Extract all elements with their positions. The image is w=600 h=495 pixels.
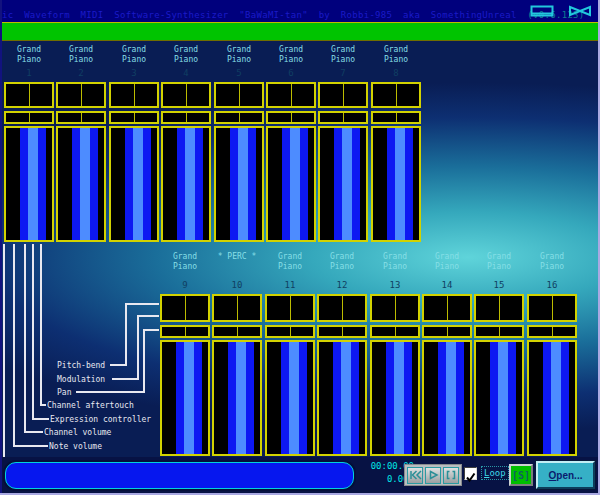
meter-bar-note-volume — [561, 342, 569, 454]
legend-channel-volume: Channel volume — [44, 428, 111, 437]
skip-to-start-icon — [409, 470, 422, 480]
channel-block: Grand Piano 14 — [422, 252, 472, 456]
center-divider — [239, 84, 240, 106]
channel-block: Grand Piano 16 — [527, 252, 577, 456]
center-divider — [237, 296, 238, 320]
meter-bar-note-volume — [90, 128, 98, 240]
mod-pan-box — [214, 111, 264, 124]
meter-bar-note-volume — [508, 342, 516, 454]
channel-program-name: Grand Piano — [370, 252, 420, 272]
meter-bar-expression-controller — [490, 342, 498, 454]
channel-meter-box — [318, 126, 368, 242]
legend-expression-controller: Expression controller — [50, 415, 151, 424]
center-divider — [291, 84, 292, 106]
channel-meter-box — [266, 126, 316, 242]
channel-meter-box — [4, 126, 54, 242]
center-divider — [342, 296, 343, 320]
center-divider — [499, 327, 500, 336]
meter-bar-note-volume — [352, 128, 360, 240]
channel-program-name: Grand Piano — [317, 252, 367, 272]
center-divider — [552, 327, 553, 336]
center-divider — [395, 296, 396, 320]
center-divider — [343, 113, 344, 122]
channel-meter-box — [56, 126, 106, 242]
channel-block: Grand Piano 9 — [160, 252, 210, 456]
channel-meter-box — [109, 126, 159, 242]
pitch-bend-box — [265, 294, 315, 322]
pitch-bend-box — [474, 294, 524, 322]
channel-block: Grand Piano 2 — [56, 45, 106, 242]
pitch-bend-box — [370, 294, 420, 322]
channel-number: 15 — [474, 280, 524, 290]
meter-bar-note-volume — [300, 128, 308, 240]
channel-program-name: Grand Piano — [474, 252, 524, 272]
meter-bar-expression-controller — [176, 342, 184, 454]
channel-program-name: Grand Piano — [160, 252, 210, 272]
channel-meter-box — [265, 340, 315, 456]
channel-program-name: Grand Piano — [109, 45, 159, 65]
channel-block: Grand Piano 11 — [265, 252, 315, 456]
channel-block: Grand Piano 8 — [371, 45, 421, 242]
mod-pan-box — [4, 111, 54, 124]
center-divider — [185, 296, 186, 320]
meter-bar-expression-controller — [230, 128, 238, 240]
maximize-button[interactable] — [530, 2, 554, 14]
solo-button[interactable]: [S] — [509, 464, 533, 486]
pitch-bend-box — [527, 294, 577, 322]
meter-bar-channel-volume — [342, 128, 352, 240]
close-button[interactable] — [568, 2, 592, 14]
center-divider — [290, 327, 291, 336]
open-button[interactable]: Open... — [536, 461, 595, 489]
center-divider — [396, 84, 397, 106]
pitch-bend-box — [160, 294, 210, 322]
mod-pan-box — [371, 111, 421, 124]
legend-pan: Pan — [57, 388, 71, 397]
center-divider — [290, 296, 291, 320]
meter-bar-note-volume — [195, 128, 203, 240]
playback-progress-bar[interactable] — [5, 462, 354, 489]
maximize-icon — [530, 5, 554, 17]
stop-button[interactable] — [443, 467, 459, 484]
center-divider — [447, 327, 448, 336]
center-divider — [447, 296, 448, 320]
meter-bar-expression-controller — [125, 128, 133, 240]
window-title-text: ic Waveform MIDI Software-Synthesizer "B… — [2, 10, 517, 20]
channel-number: 10 — [212, 280, 262, 290]
app-window: ic Waveform MIDI Software-Synthesizer "B… — [0, 0, 600, 495]
channel-program-name: Grand Piano — [527, 252, 577, 272]
channel-number: 14 — [422, 280, 472, 290]
center-divider — [395, 327, 396, 336]
channel-meter-box — [161, 126, 211, 242]
meter-bar-channel-volume — [238, 128, 248, 240]
meter-bar-note-volume — [246, 342, 254, 454]
loop-checkbox[interactable] — [464, 467, 477, 480]
center-divider — [185, 327, 186, 336]
channel-number: 3 — [109, 68, 159, 78]
mod-pan-box — [422, 325, 472, 338]
meter-bar-expression-controller — [386, 342, 394, 454]
play-button[interactable] — [425, 467, 441, 484]
meter-bar-note-volume — [405, 128, 413, 240]
center-divider — [134, 84, 135, 106]
pitch-bend-box — [56, 82, 106, 108]
center-divider — [291, 113, 292, 122]
pitch-bend-box — [4, 82, 54, 108]
channel-block: * PERC * 10 — [212, 252, 262, 456]
mod-pan-box — [474, 325, 524, 338]
meter-bar-channel-volume — [498, 342, 508, 454]
title-bar: ic Waveform MIDI Software-Synthesizer "B… — [0, 0, 600, 22]
meter-bar-note-volume — [143, 128, 151, 240]
meter-bar-expression-controller — [387, 128, 395, 240]
skip-to-start-button[interactable] — [407, 467, 423, 484]
meter-bar-channel-volume — [28, 128, 38, 240]
pitch-bend-box — [212, 294, 262, 322]
channel-meter-box — [527, 340, 577, 456]
center-divider — [29, 84, 30, 106]
channel-number: 1 — [4, 68, 54, 78]
channel-program-name: Grand Piano — [371, 45, 421, 65]
meter-bar-expression-controller — [543, 342, 551, 454]
loop-label[interactable]: Loop — [481, 466, 509, 480]
channel-number: 9 — [160, 280, 210, 290]
channel-number: 8 — [371, 68, 421, 78]
meter-bar-note-volume — [404, 342, 412, 454]
